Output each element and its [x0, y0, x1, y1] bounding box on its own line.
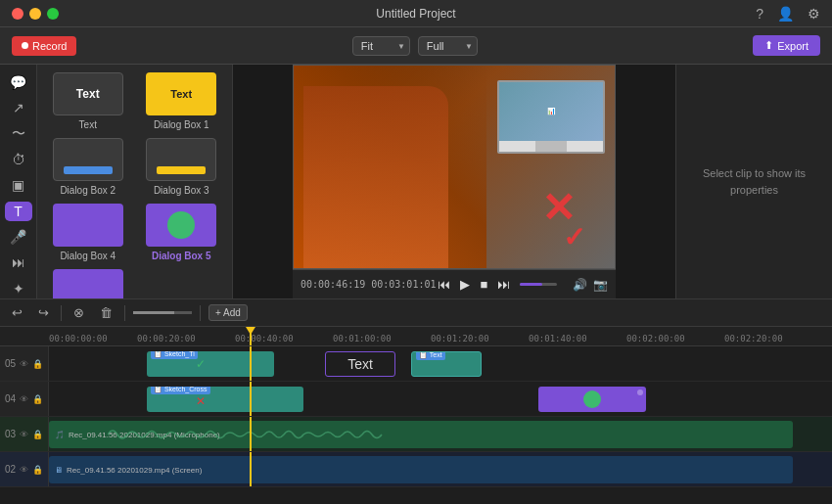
toolbar: Record Fit 100% 50% Full 720p 1080p ⬆ [0, 27, 832, 65]
record-button[interactable]: Record [12, 36, 76, 56]
sidebar-icon-wave[interactable]: 〜 [5, 124, 32, 144]
toolbar-divider-3 [200, 305, 201, 321]
sidebar-icon-fast-forward[interactable]: ⏭ [5, 252, 32, 272]
content-area: 💬 ↗ 〜 ⏱ ▣ T 🎤 ⏭ ✦ Text Text Text [0, 65, 832, 298]
timecode-total: 00:03:01:01 [371, 279, 436, 290]
zoom-fill [133, 311, 174, 314]
asset-label-dialog-5: Dialog Box 5 [152, 251, 211, 261]
asset-item-text[interactable]: Text Text [45, 72, 131, 130]
sidebar-icon-media[interactable]: ▣ [5, 175, 32, 195]
playhead-triangle [246, 327, 255, 335]
clip-sketch-cross[interactable]: 📋 Sketch_Cross ✕ [147, 387, 303, 412]
next-button[interactable]: ⏭ [495, 275, 512, 294]
asset-item-dialog-box-1[interactable]: Text Dialog Box 1 [139, 72, 225, 130]
clip-green-dot[interactable] [538, 387, 646, 412]
clip-tag-sketch-ti: 📋 Sketch_Ti [151, 351, 198, 359]
asset-label-dialog-1: Dialog Box 1 [154, 119, 209, 130]
preview-controls: 00:00:46:19 00:03:01:01 ⏮ ▶ ■ ⏭ 🔊 📷 [293, 269, 616, 298]
preview-person-front [303, 86, 448, 268]
track-row-03: 03 👁 🔒 🎵 Rec_09.41.56 20201029.mp4 (Micr… [0, 417, 832, 452]
monitor-stand [535, 141, 567, 152]
preview-monitor: 📊 [497, 80, 605, 154]
close-button[interactable] [12, 8, 23, 20]
redo-button[interactable]: ↪ [34, 303, 53, 322]
track-label-03: 03 👁 🔒 [0, 417, 49, 451]
asset-item-dialog-box-5[interactable]: Dialog Box 5 [139, 204, 225, 261]
checkmark-icon: ✓ [196, 357, 206, 371]
timeline-toolbar: ↩ ↪ ⊗ 🗑 + Add [0, 299, 832, 327]
fit-select[interactable]: Fit 100% 50% [352, 36, 410, 56]
clip-screen[interactable]: 🖥 Rec_09.41.56 20201029.mp4 (Screen) [49, 456, 793, 483]
camera-icon[interactable]: 📷 [593, 278, 608, 292]
ruler-label-6: 00:02:00:00 [626, 334, 685, 344]
toolbar-center: Fit 100% 50% Full 720p 1080p [352, 36, 478, 56]
clip-audio[interactable]: 🎵 Rec_09.41.56 20201029.mp4 (Microphone) [49, 421, 793, 448]
preview-column: 📊 ✕ ✓ 00:00:46:19 00:03:01:01 ⏮ ▶ [233, 65, 675, 298]
profile-icon[interactable]: 👤 [777, 6, 794, 22]
track-eye-03[interactable]: 👁 [20, 430, 28, 439]
toolbar-divider-2 [124, 305, 125, 321]
properties-hint: Select clip to show its properties [688, 165, 820, 198]
volume-icon[interactable]: 🔊 [573, 278, 587, 292]
sidebar-icon-text[interactable]: T [5, 202, 32, 221]
playhead-track-05 [250, 346, 252, 381]
sidebar-icon-arrow[interactable]: ↗ [5, 98, 32, 117]
minimize-button[interactable] [29, 8, 41, 20]
toolbar-left: Record [12, 36, 76, 56]
sidebar-icon-clock[interactable]: ⏱ [5, 150, 32, 169]
sidebar-icon-mic[interactable]: 🎤 [5, 227, 32, 247]
clip-tag-sketch-cross: 📋 Sketch_Cross [151, 387, 210, 394]
titlebar-right: ? 👤 ⚙ [756, 6, 820, 22]
bar-blue [64, 166, 113, 174]
track-lock-03[interactable]: 🔒 [32, 430, 43, 439]
clip-audio-label: Rec_09.41.56 20201029.mp4 (Microphone) [69, 431, 220, 439]
track-eye-02[interactable]: 👁 [20, 465, 28, 475]
asset-label-text: Text [79, 119, 97, 130]
sidebar: 💬 ↗ 〜 ⏱ ▣ T 🎤 ⏭ ✦ [0, 65, 37, 298]
sidebar-icon-sparkle[interactable]: ✦ [5, 279, 32, 298]
track-eye-05[interactable]: 👁 [20, 359, 28, 369]
add-track-button[interactable]: + Add [208, 304, 248, 321]
full-select-wrapper: Full 720p 1080p [418, 36, 478, 56]
asset-item-dialog-box-4[interactable]: Dialog Box 4 [45, 204, 131, 261]
clip-sketch-ti[interactable]: 📋 Sketch_Ti ✓ [147, 351, 274, 377]
clip-text-teal[interactable]: 📋 Text [411, 351, 482, 377]
clip-text[interactable]: Text [325, 351, 395, 377]
asset-item-dialog-box-2[interactable]: Dialog Box 2 [45, 138, 131, 196]
fit-select-wrapper: Fit 100% 50% [352, 36, 410, 56]
undo-button[interactable]: ↩ [8, 303, 26, 322]
full-select[interactable]: Full 720p 1080p [418, 36, 478, 56]
export-button[interactable]: ⬆ Export [753, 35, 820, 56]
assets-grid: Text Text Text Dialog Box 1 Dialog Box 2 [45, 72, 224, 298]
asset-label-dialog-2: Dialog Box 2 [60, 185, 116, 196]
titlebar: Untitled Project ? 👤 ⚙ [0, 0, 832, 27]
asset-item-dialog-box-6[interactable]: Dialog Box 6 [45, 269, 131, 298]
asset-thumb-dialog-3 [146, 138, 216, 181]
app-title: Untitled Project [376, 7, 455, 21]
stop-button[interactable]: ■ [478, 275, 489, 294]
track-number-03: 03 [5, 429, 16, 439]
asset-thumb-text: Text [53, 72, 123, 115]
split-button[interactable]: ⊗ [69, 303, 88, 322]
playhead-ruler [250, 327, 252, 345]
play-button[interactable]: ▶ [458, 275, 472, 294]
playhead-track-03 [250, 417, 252, 451]
asset-item-dialog-box-3[interactable]: Dialog Box 3 [139, 138, 225, 196]
track-label-02: 02 👁 🔒 [0, 452, 49, 486]
sidebar-icon-chat[interactable]: 💬 [5, 72, 32, 92]
preview-video: 📊 ✕ ✓ [293, 65, 616, 269]
maximize-button[interactable] [47, 8, 59, 20]
track-lock-04[interactable]: 🔒 [32, 394, 43, 404]
delete-button[interactable]: 🗑 [96, 303, 116, 322]
settings-icon[interactable]: ⚙ [808, 6, 820, 22]
zoom-slider[interactable] [133, 311, 192, 314]
timeline-ruler: 00:00:00:00 00:00:20:00 00:00:40:00 00:0… [0, 327, 832, 346]
ruler-label-7: 00:02:20:00 [724, 334, 783, 344]
track-lock-02[interactable]: 🔒 [32, 465, 43, 475]
progress-bar[interactable] [520, 283, 557, 286]
help-icon[interactable]: ? [756, 6, 763, 22]
track-eye-04[interactable]: 👁 [20, 394, 28, 404]
track-lock-05[interactable]: 🔒 [32, 359, 43, 369]
track-content-05: 📋 Sketch_Ti ✓ Text 📋 Text [49, 346, 832, 381]
prev-button[interactable]: ⏮ [436, 275, 452, 294]
